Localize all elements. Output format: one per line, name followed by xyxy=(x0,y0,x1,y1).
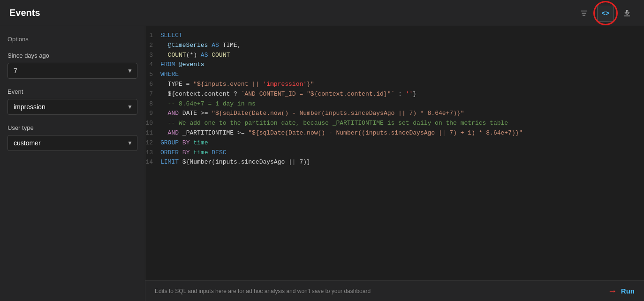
options-label: Options xyxy=(8,36,137,43)
footer-message: Edits to SQL and inputs here are for ad … xyxy=(155,288,371,294)
run-button-area: → Run xyxy=(608,286,635,296)
event-label: Event xyxy=(8,88,137,95)
main-layout: Options Since days ago 7 14 30 60 90 ▼ E… xyxy=(0,26,644,301)
editor-area: 1 SELECT 2 @timeSeries AS TIME, 3 COUNT(… xyxy=(145,26,644,301)
code-line: 2 @timeSeries AS TIME, xyxy=(145,41,644,51)
since-days-label: Since days ago xyxy=(8,52,137,59)
event-select[interactable]: impression click view purchase xyxy=(8,99,137,115)
page-title: Events xyxy=(9,8,40,18)
code-line: 3 COUNT(*) AS COUNT xyxy=(145,51,644,60)
event-select-wrapper: impression click view purchase ▼ xyxy=(8,99,137,115)
code-editor[interactable]: 1 SELECT 2 @timeSeries AS TIME, 3 COUNT(… xyxy=(145,26,644,280)
code-line: 7 ${context.content ? `AND CONTENT_ID = … xyxy=(145,90,644,99)
code-button-wrapper: <> xyxy=(597,5,614,22)
filter-icon xyxy=(580,9,588,17)
header: Events <> xyxy=(0,0,644,26)
since-days-select[interactable]: 7 14 30 60 90 xyxy=(8,63,137,79)
download-icon xyxy=(623,9,631,17)
footer-bar: Edits to SQL and inputs here are for ad … xyxy=(145,280,644,301)
download-button[interactable] xyxy=(620,6,635,21)
code-line: 10 -- We add one to the partition date, … xyxy=(145,119,644,128)
code-line: 14 LIMIT ${Number(inputs.sinceDaysAgo ||… xyxy=(145,158,644,167)
code-line: 9 AND DATE >= "${sqlDate(Date.now() - Nu… xyxy=(145,109,644,119)
code-button[interactable]: <> xyxy=(597,5,614,22)
user-type-label: User type xyxy=(8,124,137,131)
code-line: 11 AND _PARTITIONTIME >= "${sqlDate(Date… xyxy=(145,128,644,138)
header-actions: <> xyxy=(576,5,635,22)
code-line: 13 ORDER BY time DESC xyxy=(145,148,644,158)
sidebar: Options Since days ago 7 14 30 60 90 ▼ E… xyxy=(0,26,145,301)
code-line: 6 TYPE = "${inputs.event || 'impression'… xyxy=(145,80,644,90)
code-line: 5 WHERE xyxy=(145,70,644,80)
code-line: 8 -- 8.64e+7 = 1 day in ms xyxy=(145,99,644,109)
run-button[interactable]: Run xyxy=(621,287,635,295)
filter-button[interactable] xyxy=(576,6,591,21)
code-icon: <> xyxy=(602,9,609,17)
user-type-select-wrapper: customer admin guest ▼ xyxy=(8,135,137,151)
run-arrow-icon: → xyxy=(608,286,617,296)
user-type-select[interactable]: customer admin guest xyxy=(8,135,137,151)
code-line: 12 GROUP BY time xyxy=(145,138,644,148)
code-line: 4 FROM @events xyxy=(145,60,644,70)
code-line: 1 SELECT xyxy=(145,31,644,41)
since-days-select-wrapper: 7 14 30 60 90 ▼ xyxy=(8,63,137,79)
